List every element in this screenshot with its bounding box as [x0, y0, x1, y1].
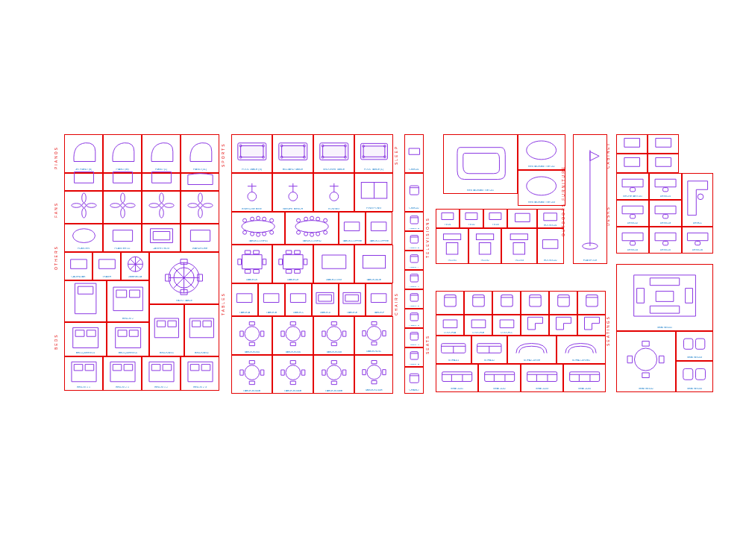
block-tables-59[interactable]: TABLE-RD10B: [354, 355, 393, 394]
block-tables-44[interactable]: TABLE-LONG: [313, 245, 354, 283]
block-sports-37[interactable]: PING PONG: [354, 173, 393, 212]
block-tables-39[interactable]: TABLE-CONF02: [285, 212, 339, 245]
block-tables-48[interactable]: TABLE-C: [285, 283, 312, 316]
block-seats-81[interactable]: CHAIR-2-T02: [464, 291, 492, 315]
block-cabinet-104[interactable]: CABINET-A: [616, 134, 648, 154]
block-tables-52[interactable]: TABLE-RD04: [231, 316, 272, 355]
block-sports-32[interactable]: SNOOKER TABLE: [313, 134, 354, 173]
block-seatings-117[interactable]: SEATING-02: [616, 331, 676, 392]
block-fans-8[interactable]: CEILING FAN 01: [64, 191, 103, 224]
block-others-14[interactable]: CARPET/RUG: [142, 224, 181, 252]
block-pianos-4[interactable]: PIANO OTH (XS): [64, 173, 103, 191]
block-sleep-60[interactable]: CRIB-01: [404, 134, 424, 173]
block-tables-42[interactable]: TABLE-06: [231, 245, 272, 283]
block-tables-49[interactable]: TABLE-D: [312, 283, 339, 316]
block-sleep-61[interactable]: CRIB-02: [404, 173, 424, 212]
block-desks-111[interactable]: DESK-03: [649, 200, 682, 227]
block-tv-76[interactable]: TV-LG2: [468, 228, 501, 264]
block-sports-36[interactable]: ROWING: [313, 173, 354, 212]
block-outdoors-101[interactable]: RESTAURANT SET-02: [518, 134, 565, 170]
block-beds-29[interactable]: BED-ST2 3: [181, 356, 219, 391]
block-beds-28[interactable]: BED-ST1 2: [142, 356, 181, 391]
block-chairs-68[interactable]: CHAIR-G: [404, 328, 424, 347]
block-seats-98[interactable]: SEAT-4-03: [521, 364, 563, 392]
block-tv-74[interactable]: TV-04: [507, 209, 537, 228]
block-seats-90[interactable]: COUCH-E: [549, 315, 577, 336]
block-tv-78[interactable]: BOOKS-01: [537, 209, 564, 228]
block-seatings-118[interactable]: SEATING-03: [676, 331, 713, 361]
block-seats-92[interactable]: SOFA-01: [436, 336, 471, 364]
block-seats-84[interactable]: CHAIR-2-T05: [549, 291, 577, 315]
block-seats-86[interactable]: COUCH-A: [436, 315, 464, 336]
block-beds-21[interactable]: BED-ST2: [107, 280, 149, 322]
block-sports-31[interactable]: BILLIARD TABLE: [272, 134, 313, 173]
block-chairs-64[interactable]: CHAIR-C: [404, 251, 424, 270]
block-seats-82[interactable]: CHAIR-2-T03: [492, 291, 521, 315]
block-chairs-70[interactable]: CHAIR-I: [404, 367, 424, 394]
block-sports-34[interactable]: EXERCISE BIKE: [231, 173, 272, 212]
block-seats-85[interactable]: CHAIR-2-T06: [577, 291, 606, 315]
block-others-18[interactable]: UMBRELLA: [121, 252, 149, 280]
block-desks-112[interactable]: DESK-L: [682, 173, 713, 227]
block-desks-115[interactable]: DESK-06: [682, 227, 713, 254]
block-desks-113[interactable]: DESK-04: [616, 227, 649, 254]
block-pianos-5[interactable]: PIANO OTH (S): [103, 173, 142, 191]
block-pianos-3[interactable]: PIANO (XL): [181, 134, 219, 173]
block-tables-50[interactable]: TABLE-E: [339, 283, 366, 316]
block-seats-87[interactable]: COUCH-B: [464, 315, 492, 336]
block-tv-73[interactable]: TV-03: [483, 209, 507, 228]
block-sports-35[interactable]: WEIGHT BENCH: [272, 173, 313, 212]
block-others-12[interactable]: PLANTER: [64, 224, 103, 252]
block-tables-53[interactable]: TABLE-RD06: [272, 316, 313, 355]
block-seats-80[interactable]: CHAIR-2-T01: [436, 291, 464, 315]
block-seatings-119[interactable]: SEATING-04: [676, 361, 713, 392]
block-tables-54[interactable]: TABLE-RD08: [313, 316, 354, 355]
block-tables-40[interactable]: TABLE-COFFEE: [339, 212, 366, 245]
block-seats-88[interactable]: COUCH-C: [492, 315, 521, 336]
block-tv-72[interactable]: TV-02: [460, 209, 483, 228]
block-seats-91[interactable]: COUCH-F: [577, 315, 606, 336]
block-beds-24[interactable]: BED-KING1: [149, 304, 184, 356]
block-desks-108[interactable]: SECRETARY-01: [616, 173, 649, 200]
block-tables-47[interactable]: TABLE-B: [258, 283, 285, 316]
block-pianos-7[interactable]: PIANO OTH (L): [181, 173, 219, 191]
block-desks-110[interactable]: DESK-02: [616, 200, 649, 227]
block-sports-30[interactable]: POOL TABLE (S): [231, 134, 272, 173]
block-tables-41[interactable]: TABLE-COFFEE: [366, 212, 392, 245]
block-chairs-62[interactable]: CHAIR-A: [404, 212, 424, 231]
block-desks-109[interactable]: DESK-01: [649, 173, 682, 200]
block-fans-10[interactable]: CEILING FAN 03: [142, 191, 181, 224]
block-seats-89[interactable]: COUCH-D: [521, 315, 549, 336]
block-tv-77[interactable]: TV-LG3: [501, 228, 537, 264]
block-outdoors-100[interactable]: RESTAURANT SET-01: [443, 134, 518, 194]
block-desks-114[interactable]: DESK-05: [649, 227, 682, 254]
block-pianos-6[interactable]: PIANO OTH (M): [142, 173, 181, 191]
block-tables-43[interactable]: TABLE-08: [272, 245, 313, 283]
block-outdoors-103[interactable]: FLAGPOLE: [573, 134, 607, 264]
block-seats-97[interactable]: SEAT-4-02: [478, 364, 521, 392]
block-seats-96[interactable]: SEAT-4-01: [436, 364, 478, 392]
block-chairs-69[interactable]: CHAIR-H: [404, 347, 424, 367]
block-seatings-116[interactable]: SEATING-01: [616, 264, 713, 331]
block-tables-45[interactable]: TABLE-SIDE: [354, 245, 393, 283]
block-seats-94[interactable]: SOFA-CURVE: [507, 336, 557, 364]
block-cabinet-106[interactable]: CABINET-C: [616, 154, 648, 173]
block-beds-26[interactable]: BED-ST1 1: [64, 356, 103, 391]
block-seats-95[interactable]: SOFA-CURVE2: [557, 336, 606, 364]
block-beds-25[interactable]: BED-KING2: [184, 304, 219, 356]
block-tables-58[interactable]: TABLE-RD08B: [313, 355, 354, 394]
block-outdoors-102[interactable]: RESTAURANT SET-03: [518, 170, 565, 206]
block-beds-20[interactable]: BED-ST1: [64, 280, 107, 322]
block-tables-55[interactable]: TABLE-RD10: [354, 316, 393, 355]
block-chairs-66[interactable]: CHAIR-E: [404, 289, 424, 309]
block-cabinet-107[interactable]: CABINET-D: [648, 154, 679, 173]
block-others-16[interactable]: CALENDAR: [64, 252, 93, 280]
block-tv-79[interactable]: BOOKS-02: [537, 228, 564, 264]
block-beds-22[interactable]: BED-QUEEN 01: [64, 322, 107, 356]
block-others-13[interactable]: PLANTER 02: [103, 224, 142, 252]
block-tables-51[interactable]: TABLE-F: [366, 283, 392, 316]
block-fans-9[interactable]: CEILING FAN 02: [103, 191, 142, 224]
block-sports-33[interactable]: POOL TABLE (L): [354, 134, 393, 173]
block-seats-83[interactable]: CHAIR-2-T04: [521, 291, 549, 315]
block-cabinet-105[interactable]: CABINET-B: [648, 134, 679, 154]
